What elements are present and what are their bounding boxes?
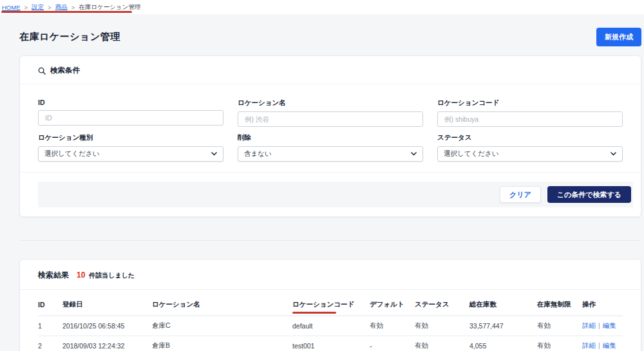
id-input[interactable] [38,110,223,126]
main-content: 在庫ロケーション管理 新規作成 検索条件 ID ロケーション名 ロケーションコー… [0,27,644,351]
col-header-actions: 操作 [582,290,623,316]
cell-actions: 詳細|編集 [582,316,623,336]
search-results-card: 検索結果 10 件該当しました ID 登録日 ロケーション名 ロケーションコード… [19,259,641,351]
status-select[interactable]: 選択してください [437,146,623,162]
edit-link[interactable]: 編集 [603,341,616,349]
detail-link[interactable]: 詳細 [582,341,596,349]
field-deleted: 削除 含まない [238,133,423,162]
search-conditions-title: 検索条件 [50,66,80,75]
cell-total-stock: 33,577,447 [469,316,537,336]
field-id: ID [38,99,223,127]
annotation-underline-breadcrumb [1,11,132,13]
cell-stock-unlimited: 有効 [537,316,582,336]
col-header-default: デフォルト [370,290,415,316]
field-status-label: ステータス [437,133,623,142]
breadcrumb-separator: > [71,4,75,11]
breadcrumb-separator: > [24,4,28,11]
location-type-select-value: 選択してください [44,149,99,158]
breadcrumb-link-home[interactable]: HOME [2,4,21,11]
annotation-underline-location-code [292,312,336,314]
cell-registered: 2016/10/25 06:58:45 [62,316,152,336]
table-row: 2 2018/09/03 12:24:32 倉庫B test001 - 有効 4… [38,336,623,351]
col-header-id: ID [38,290,62,316]
breadcrumb-link-products[interactable]: 商品 [55,3,68,12]
field-location-code: ロケーションコード [437,99,623,127]
page-header: 在庫ロケーション管理 新規作成 [19,27,641,46]
results-header: 検索結果 10 件該当しました [20,260,641,290]
col-header-registered: 登録日 [62,290,152,316]
field-location-code-label: ロケーションコード [437,99,623,108]
search-conditions-header: 検索条件 [20,56,641,84]
cell-registered: 2018/09/03 12:24:32 [62,336,152,351]
field-location-type: ロケーション種別 選択してください [38,133,223,162]
create-new-button[interactable]: 新規作成 [596,28,641,46]
chevron-down-icon [611,152,616,156]
cell-actions: 詳細|編集 [582,336,623,351]
section-divider [19,240,641,241]
page-title: 在庫ロケーション管理 [19,31,120,43]
cell-status: 有効 [415,316,469,336]
col-header-status: ステータス [415,290,469,316]
col-header-stock-unlimited: 在庫無制限 [537,290,582,316]
location-code-input[interactable] [437,111,623,127]
cell-location-name: 倉庫B [152,336,292,351]
cell-id: 1 [38,316,62,336]
table-row: 1 2016/10/25 06:58:45 倉庫C default 有効 有効 … [38,316,623,336]
search-icon [38,67,46,75]
field-id-label: ID [38,99,223,106]
results-title: 検索結果 [38,270,69,281]
location-type-select[interactable]: 選択してください [38,146,223,162]
detail-link[interactable]: 詳細 [582,321,596,329]
search-submit-button[interactable]: この条件で検索する [547,186,631,203]
cell-default: - [370,336,415,351]
field-status: ステータス 選択してください [437,133,623,162]
col-header-location-name: ロケーション名 [152,290,292,316]
edit-link[interactable]: 編集 [603,321,616,329]
results-count: 10 [77,270,85,280]
search-conditions-card: 検索条件 ID ロケーション名 ロケーションコード ロケーション種別 選択してく… [19,55,641,217]
chevron-down-icon [211,152,217,156]
table-header-row: ID 登録日 ロケーション名 ロケーションコード デフォルト ステータス 総在庫… [38,290,623,316]
deleted-select-value: 含まない [244,149,272,158]
breadcrumb-separator: > [48,4,52,11]
field-deleted-label: 削除 [238,133,423,142]
location-name-input[interactable] [238,111,423,127]
clear-button[interactable]: クリア [500,186,541,203]
results-table: ID 登録日 ロケーション名 ロケーションコード デフォルト ステータス 総在庫… [38,290,623,351]
breadcrumb-link-settings[interactable]: 設定 [32,3,44,12]
cell-location-code: test001 [292,336,370,351]
actions-separator: | [598,321,600,329]
col-header-location-code: ロケーションコード [292,290,370,316]
cell-location-code: default [292,316,370,336]
cell-default: 有効 [370,316,415,336]
deleted-select[interactable]: 含まない [238,146,423,162]
search-actions-strip: クリア この条件で検索する [38,182,633,207]
cell-location-name: 倉庫C [152,316,292,336]
field-location-type-label: ロケーション種別 [38,133,223,142]
cell-id: 2 [38,336,62,351]
results-count-suffix: 件該当しました [89,271,135,280]
field-location-name-label: ロケーション名 [238,99,423,108]
cell-stock-unlimited: 有効 [537,336,582,351]
actions-separator: | [598,341,600,349]
col-header-total-stock: 総在庫数 [469,290,537,316]
cell-total-stock: 4,055 [469,336,537,351]
chevron-down-icon [411,152,417,156]
cell-status: 有効 [415,336,469,351]
field-location-name: ロケーション名 [238,99,423,127]
search-form: ID ロケーション名 ロケーションコード ロケーション種別 選択してください 削… [20,84,641,162]
breadcrumb: HOME > 設定 > 商品 > 在庫ロケーション管理 [0,0,644,14]
breadcrumb-current: 在庫ロケーション管理 [79,3,140,12]
status-select-value: 選択してください [444,149,498,158]
search-footer: クリア この条件で検索する [20,172,641,216]
